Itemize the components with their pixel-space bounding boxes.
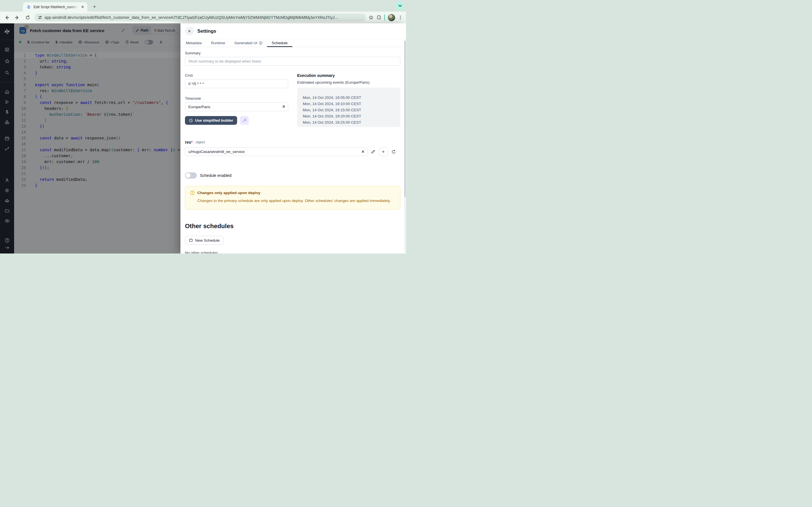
tab-generated-ui[interactable]: Generated UI (234, 39, 263, 47)
warning-info-icon (190, 190, 195, 195)
info-icon (259, 41, 262, 45)
browser-menu-icon[interactable] (398, 15, 403, 20)
user-icon[interactable] (0, 175, 14, 185)
windmill-logo-icon[interactable] (0, 23, 14, 40)
forward-button[interactable] (13, 13, 21, 21)
other-schedules-heading: Other schedules (185, 223, 400, 230)
new-tab-button[interactable]: + (91, 3, 98, 10)
ai-cron-button[interactable] (240, 116, 249, 125)
tab-metadata[interactable]: Metadata (185, 39, 202, 47)
workers-robot-icon[interactable] (0, 195, 14, 206)
settings-tabs: Metadata Runtime Generated UI Schedule (181, 39, 406, 47)
cron-input[interactable] (185, 79, 288, 88)
schedules-icon[interactable] (0, 133, 14, 144)
warning-title: Changes only applied upon deploy (197, 191, 260, 195)
workspace-icon[interactable] (0, 45, 14, 55)
warning-body: Changes to the primary schedule are only… (197, 198, 392, 204)
chrome-right-controls (368, 14, 406, 21)
resource-input[interactable] (185, 147, 367, 156)
tab-title: Edit Script f/bd/fetch_custom (34, 5, 79, 9)
cron-label: Cron (185, 73, 288, 77)
windmill-favicon (27, 5, 31, 9)
close-icon[interactable]: ✕ (185, 27, 194, 36)
runs-icon[interactable] (0, 97, 14, 107)
help-icon[interactable] (0, 237, 14, 244)
res-input-row: ✕ + (185, 147, 400, 156)
screen: Edit Script f/bd/fetch_custom ✕ + (0, 0, 406, 253)
browser-tab[interactable]: Edit Script f/bd/fetch_custom ✕ (23, 2, 87, 11)
address-bar[interactable]: app.windmill.dev/scripts/edit/f/bd/fetch… (35, 13, 366, 21)
url-text: app.windmill.dev/scripts/edit/f/bd/fetch… (45, 15, 338, 20)
schedule-enabled-toggle[interactable] (185, 172, 197, 179)
active-line-highlight (14, 52, 181, 58)
resources-icon[interactable] (0, 117, 14, 127)
execution-summary-subheading: Estimated upcoming events (Europe/Paris) (297, 80, 400, 84)
bookmark-star-icon[interactable] (368, 15, 373, 20)
app-sidebar: $ (0, 23, 14, 253)
use-simplified-builder-button[interactable]: Use simplified builder (185, 116, 237, 125)
variables-icon[interactable]: $ (0, 107, 14, 117)
schedule-left-column: Cron Timezone ✕ Use simplified builder (185, 73, 288, 127)
clock-icon (189, 119, 193, 122)
magic-wand-icon (242, 118, 246, 122)
tab-search-button[interactable] (396, 2, 404, 10)
clear-timezone-icon[interactable]: ✕ (282, 102, 285, 111)
profile-separator (384, 14, 385, 20)
schedule-tab-panel: Summary Cron Timezone ✕ Use simplified b… (181, 47, 406, 253)
home-icon[interactable] (0, 87, 14, 97)
site-settings-icon[interactable] (38, 15, 42, 20)
calendar-icon (189, 238, 193, 242)
search-icon[interactable] (0, 68, 14, 78)
upcoming-events-box: Mon, 14 Oct 2024, 19:05:00 CESTMon, 14 O… (297, 88, 400, 127)
upcoming-event: Mon, 14 Oct 2024, 19:15:00 CEST (303, 107, 400, 113)
collapse-sidebar-arrow-icon[interactable] (0, 244, 14, 251)
execution-summary-heading: Execution summary (297, 73, 400, 78)
add-resource-plus-button[interactable]: + (378, 147, 388, 156)
extensions-icon[interactable] (376, 15, 382, 20)
schedule-enabled-row: Schedule enabled (185, 172, 400, 179)
summary-label: Summary (185, 51, 400, 55)
clear-resource-icon[interactable]: ✕ (361, 147, 364, 156)
schedule-enabled-label: Schedule enabled (200, 173, 232, 178)
back-button[interactable] (3, 13, 11, 21)
tab-schedule[interactable]: Schedule (271, 39, 289, 47)
upcoming-event: Mon, 14 Oct 2024, 19:10:00 CEST (303, 101, 400, 107)
res-field-header: res* object (185, 140, 400, 145)
reload-button[interactable] (24, 13, 32, 21)
chevron-down-icon (398, 5, 402, 7)
upcoming-event: Mon, 14 Oct 2024, 19:20:00 CEST (303, 113, 400, 119)
drawer-scrollbar-thumb[interactable] (404, 41, 406, 197)
new-schedule-button[interactable]: New Schedule (185, 236, 223, 245)
summary-input[interactable] (185, 57, 400, 66)
res-field-type: object (195, 140, 205, 144)
tab-runtime[interactable]: Runtime (210, 39, 226, 47)
routes-icon[interactable] (0, 144, 14, 154)
timezone-label: Timezone (185, 96, 288, 101)
browser-tab-bar: Edit Script f/bd/fetch_custom ✕ + (0, 0, 406, 11)
audit-logs-eye-icon[interactable] (0, 216, 14, 226)
required-asterisk: * (191, 140, 193, 145)
settings-header: ✕ Settings (181, 23, 406, 39)
deploy-warning-banner: Changes only applied upon deploy Changes… (185, 186, 400, 210)
execution-summary-column: Execution summary Estimated upcoming eve… (297, 73, 400, 127)
settings-drawer: ✕ Settings Metadata Runtime Generated UI… (181, 23, 406, 253)
upcoming-event: Mon, 14 Oct 2024, 19:05:00 CEST (303, 95, 400, 101)
upcoming-event: Mon, 14 Oct 2024, 19:25:00 CEST (303, 119, 400, 126)
favorites-star-icon[interactable] (0, 56, 14, 66)
browser-toolbar: app.windmill.dev/scripts/edit/f/bd/fetch… (0, 11, 406, 23)
sidebar-divider (0, 40, 14, 40)
no-other-schedules-text: No other schedules (185, 251, 400, 253)
edit-resource-pencil-icon[interactable] (369, 148, 377, 156)
tab-close-icon[interactable]: ✕ (80, 4, 85, 10)
settings-gear-icon[interactable] (0, 185, 14, 195)
settings-title: Settings (197, 29, 216, 34)
timezone-input[interactable] (185, 102, 288, 111)
refresh-resource-icon[interactable] (390, 148, 398, 156)
folders-icon[interactable] (0, 206, 14, 216)
browser-profile-avatar[interactable] (388, 14, 395, 21)
res-field-name: res* (185, 140, 193, 145)
